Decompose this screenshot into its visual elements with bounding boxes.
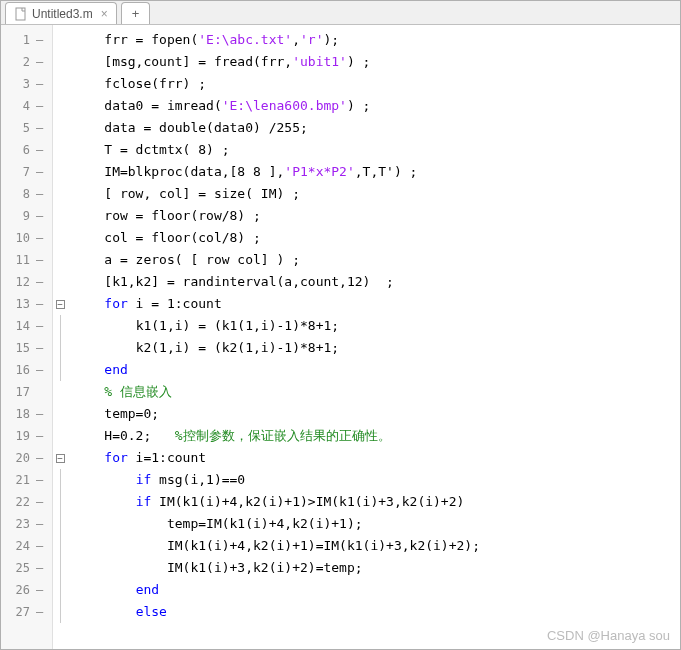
fold-cell [53,513,67,535]
line-number[interactable]: 17 [1,381,52,403]
code-line[interactable]: temp=0; [73,403,680,425]
code-line[interactable]: fclose(frr) ; [73,73,680,95]
code-line[interactable]: k1(1,i) = (k1(1,i)-1)*8+1; [73,315,680,337]
code-token: IM(k1(i)+4,k2(i)+1)=IM(k1(i)+3,k2(i)+2); [167,538,480,553]
line-number[interactable]: 7— [1,161,52,183]
code-token: IM(k1(i)+3,k2(i)+2)=temp; [167,560,363,575]
code-line[interactable]: data0 = imread('E:\lena600.bmp') ; [73,95,680,117]
code-token: %控制参数，保证嵌入结果的正确性。 [175,428,391,443]
fold-cell[interactable]: − [53,293,67,315]
code-token: 'ubit1' [292,54,347,69]
code-area[interactable]: frr = fopen('E:\abc.txt','r'); [msg,coun… [67,25,680,649]
close-icon[interactable]: × [101,7,108,21]
code-line[interactable]: frr = fopen('E:\abc.txt','r'); [73,29,680,51]
code-line[interactable]: for i=1:count [73,447,680,469]
fold-minus-icon[interactable]: − [56,300,65,309]
code-line[interactable]: H=0.2; %控制参数，保证嵌入结果的正确性。 [73,425,680,447]
line-number[interactable]: 6— [1,139,52,161]
code-line[interactable]: IM(k1(i)+3,k2(i)+2)=temp; [73,557,680,579]
code-line[interactable]: [ row, col] = size( IM) ; [73,183,680,205]
fold-cell [53,205,67,227]
code-token: k1(1,i) = (k1(1,i)-1)*8+1; [136,318,340,333]
tab-title: Untitled3.m [32,7,93,21]
code-line[interactable]: temp=IM(k1(i)+4,k2(i)+1); [73,513,680,535]
fold-line [60,535,61,557]
line-number[interactable]: 26— [1,579,52,601]
line-number[interactable]: 22— [1,491,52,513]
line-number[interactable]: 10— [1,227,52,249]
line-number[interactable]: 9— [1,205,52,227]
line-number[interactable]: 14— [1,315,52,337]
tab-file[interactable]: Untitled3.m × [5,2,117,24]
svg-rect-0 [16,8,25,20]
code-line[interactable]: for i = 1:count [73,293,680,315]
code-line[interactable]: else [73,601,680,623]
code-line[interactable]: [msg,count] = fread(frr,'ubit1') ; [73,51,680,73]
line-number[interactable]: 21— [1,469,52,491]
fold-minus-icon[interactable]: − [56,454,65,463]
line-number[interactable]: 18— [1,403,52,425]
code-token: H=0.2; [104,428,174,443]
code-line[interactable]: if IM(k1(i)+4,k2(i)+1)>IM(k1(i)+3,k2(i)+… [73,491,680,513]
code-token: ) ; [347,98,370,113]
code-token: row = floor(row/8) ; [104,208,261,223]
code-token: for [104,296,127,311]
code-token: frr = fopen( [104,32,198,47]
code-line[interactable]: if msg(i,1)==0 [73,469,680,491]
code-token: 'r' [300,32,323,47]
line-number[interactable]: 23— [1,513,52,535]
line-number[interactable]: 8— [1,183,52,205]
code-line[interactable]: row = floor(row/8) ; [73,205,680,227]
line-number[interactable]: 11— [1,249,52,271]
code-line[interactable]: k2(1,i) = (k2(1,i)-1)*8+1; [73,337,680,359]
code-token: fclose(frr) ; [104,76,206,91]
code-token: a = zeros( [ row col] ) ; [104,252,300,267]
code-token: ,T,T') ; [355,164,418,179]
line-number[interactable]: 27— [1,601,52,623]
code-token: end [104,362,127,377]
line-number[interactable]: 13— [1,293,52,315]
new-tab-button[interactable]: + [121,2,151,24]
code-token: 'E:\abc.txt' [198,32,292,47]
line-number[interactable]: 24— [1,535,52,557]
fold-cell [53,271,67,293]
fold-cell [53,183,67,205]
fold-line [60,315,61,337]
fold-line [60,491,61,513]
line-number[interactable]: 19— [1,425,52,447]
fold-cell [53,227,67,249]
fold-cell [53,535,67,557]
fold-line [60,579,61,601]
fold-cell[interactable]: − [53,447,67,469]
fold-cell [53,469,67,491]
code-token: i = 1:count [128,296,222,311]
fold-line [60,469,61,491]
plus-icon: + [132,6,140,21]
code-line[interactable]: IM(k1(i)+4,k2(i)+1)=IM(k1(i)+3,k2(i)+2); [73,535,680,557]
line-number[interactable]: 12— [1,271,52,293]
code-line[interactable]: data = double(data0) /255; [73,117,680,139]
fold-cell [53,403,67,425]
line-number[interactable]: 16— [1,359,52,381]
code-editor[interactable]: 1—2—3—4—5—6—7—8—9—10—11—12—13—14—15—16—1… [1,25,680,649]
code-line[interactable]: % 信息嵌入 [73,381,680,403]
line-number[interactable]: 15— [1,337,52,359]
code-line[interactable]: IM=blkproc(data,[8 8 ],'P1*x*P2',T,T') ; [73,161,680,183]
code-line[interactable]: end [73,359,680,381]
code-line[interactable]: end [73,579,680,601]
line-number[interactable]: 20— [1,447,52,469]
code-line[interactable]: a = zeros( [ row col] ) ; [73,249,680,271]
line-number[interactable]: 25— [1,557,52,579]
line-number[interactable]: 4— [1,95,52,117]
fold-column: −− [53,25,67,649]
code-token: IM=blkproc(data,[8 8 ], [104,164,284,179]
line-number[interactable]: 1— [1,29,52,51]
code-token: IM(k1(i)+4,k2(i)+1)>IM(k1(i)+3,k2(i)+2) [151,494,464,509]
code-line[interactable]: [k1,k2] = randinterval(a,count,12) ; [73,271,680,293]
line-number[interactable]: 5— [1,117,52,139]
code-line[interactable]: T = dctmtx( 8) ; [73,139,680,161]
line-number[interactable]: 3— [1,73,52,95]
line-number[interactable]: 2— [1,51,52,73]
code-token: [k1,k2] = randinterval(a,count,12) ; [104,274,394,289]
code-line[interactable]: col = floor(col/8) ; [73,227,680,249]
